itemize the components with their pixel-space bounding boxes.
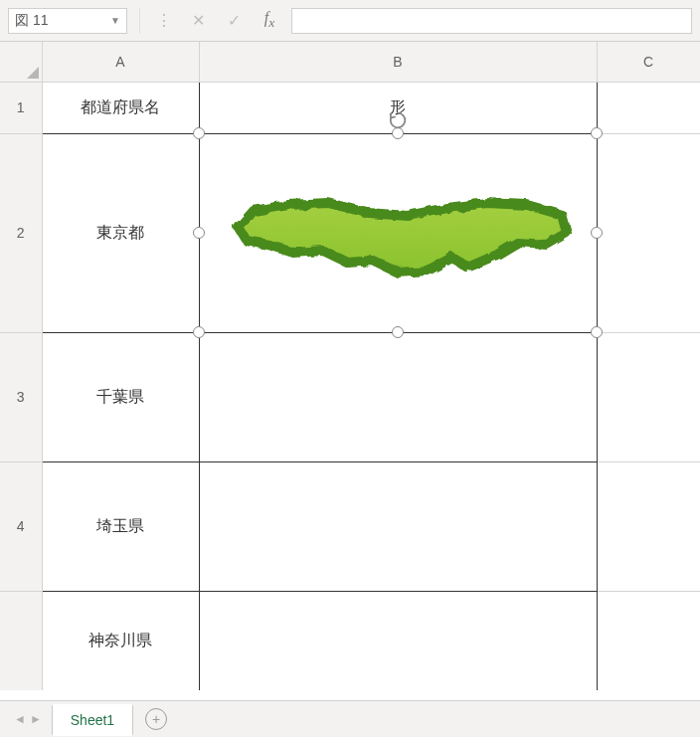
worksheet-grid[interactable]: A B C 1 都道府県名 形 2 東京都 3 千葉県 4 埼玉県 [0,42,700,700]
formula-input[interactable] [291,8,692,34]
column-header-B[interactable]: B [199,42,597,82]
formula-bar: 図 11 ▼ ⋮ ✕ ✓ fx [0,0,700,42]
tab-nav-next-icon[interactable]: ► [30,712,42,726]
sheet-tab-active[interactable]: Sheet1 [52,704,133,736]
name-box[interactable]: 図 11 ▼ [8,8,127,34]
grid-table: A B C 1 都道府県名 形 2 東京都 3 千葉県 4 埼玉県 [0,42,700,690]
fx-icon: fx [264,9,274,31]
cell-C1[interactable] [597,82,700,133]
cell-B2[interactable] [199,133,597,332]
cell-A3[interactable]: 千葉県 [42,332,199,461]
separator [139,8,140,34]
sheet-tab-label: Sheet1 [71,712,114,728]
select-all-button[interactable] [0,42,42,82]
cell-C5[interactable] [597,591,700,690]
check-icon: ✓ [228,11,241,30]
name-box-value: 図 11 [15,12,48,30]
cell-A5[interactable]: 神奈川県 [42,591,199,690]
cell-C3[interactable] [597,332,700,461]
cell-C4[interactable] [597,461,700,591]
cell-B4[interactable] [199,461,597,591]
cell-B3[interactable] [199,332,597,461]
tab-nav-prev-icon[interactable]: ◄ [14,712,26,726]
cancel-icon: ✕ [192,11,205,30]
cell-B5[interactable] [199,591,597,690]
cell-B1[interactable]: 形 [199,82,597,133]
column-header-C[interactable]: C [597,42,700,82]
row-header-4[interactable]: 4 [0,461,42,591]
expand-formula-bar-icon[interactable]: ⋮ [152,16,176,26]
plus-icon: + [152,711,160,727]
insert-function-button[interactable]: fx [256,8,283,34]
column-header-A[interactable]: A [42,42,199,82]
cell-A1[interactable]: 都道府県名 [42,82,199,133]
add-sheet-button[interactable]: + [145,708,167,730]
cell-A2[interactable]: 東京都 [42,133,199,332]
row-header-5[interactable] [0,591,42,690]
enter-button: ✓ [220,8,248,34]
row-header-1[interactable]: 1 [0,82,42,133]
row-header-3[interactable]: 3 [0,332,42,461]
tab-nav: ◄ ► [6,712,50,726]
cell-C2[interactable] [597,133,700,332]
sheet-tab-bar: ◄ ► Sheet1 + [0,700,700,737]
name-box-dropdown-icon[interactable]: ▼ [110,15,120,26]
cancel-button: ✕ [184,8,212,34]
row-header-2[interactable]: 2 [0,133,42,332]
cell-A4[interactable]: 埼玉県 [42,461,199,591]
